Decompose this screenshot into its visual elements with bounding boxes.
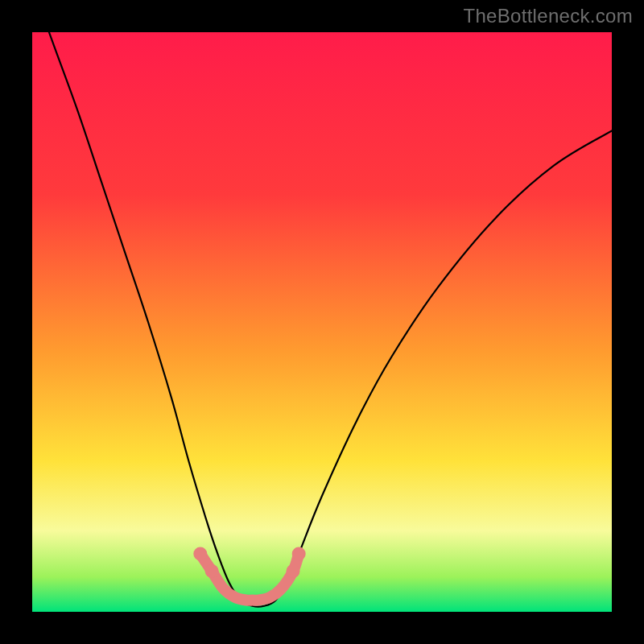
- chart-frame: TheBottleneck.com: [0, 0, 644, 644]
- curve-layer: [32, 32, 612, 612]
- bottleneck-curve-path: [32, 32, 612, 607]
- marker-dot: [287, 564, 300, 578]
- watermark-text: TheBottleneck.com: [463, 5, 633, 27]
- marker-dot: [193, 547, 207, 561]
- marker-dot: [205, 564, 219, 578]
- marker-dot: [292, 547, 306, 561]
- plot-area: [32, 32, 612, 612]
